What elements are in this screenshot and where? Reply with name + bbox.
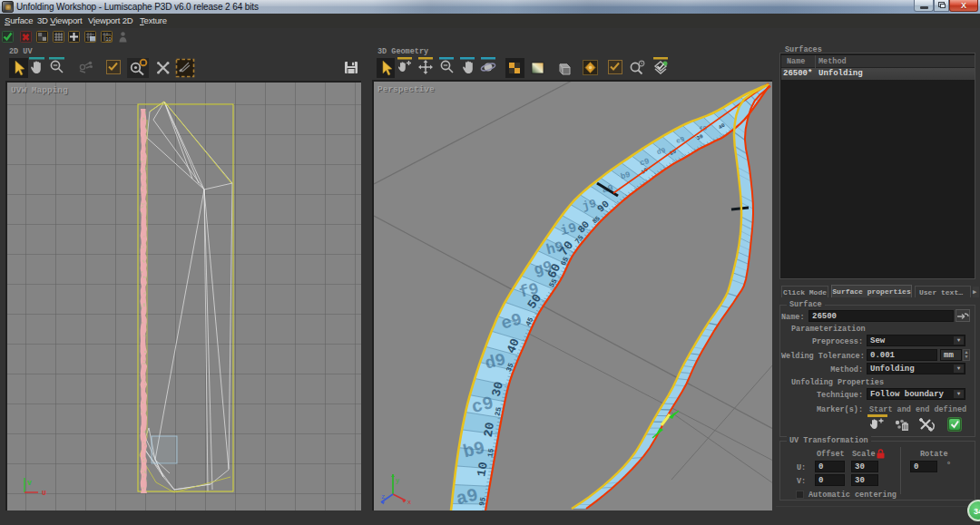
svg-text:U: U [42,489,46,497]
svg-text:x: x [407,499,411,506]
svg-text:20: 20 [482,422,498,439]
svg-text:z: z [381,493,385,501]
svg-text:y: y [396,477,399,484]
svg-text:10: 10 [475,461,491,478]
svg-text:V: V [27,479,32,487]
svg-text:10: 10 [105,36,111,42]
